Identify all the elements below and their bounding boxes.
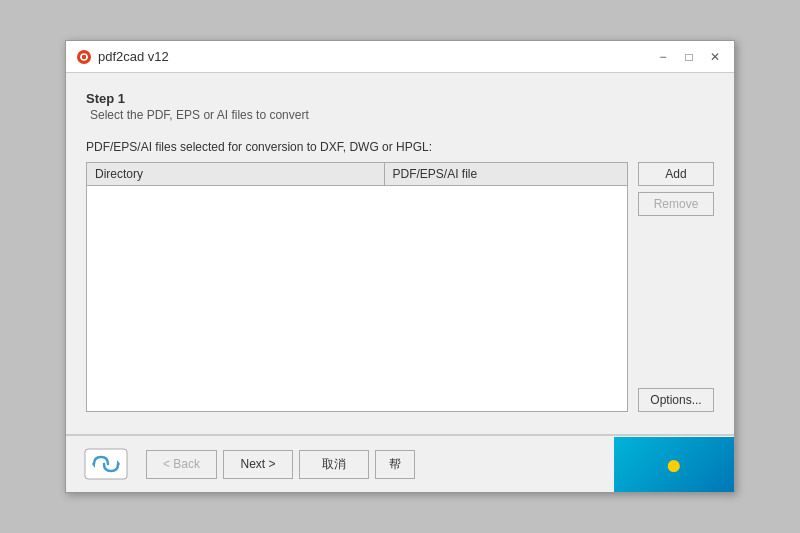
svg-rect-3 bbox=[85, 449, 127, 479]
next-button[interactable]: Next > bbox=[223, 450, 293, 479]
taskbar-peek: ● bbox=[614, 437, 734, 492]
logo-icon bbox=[82, 446, 130, 482]
add-button[interactable]: Add bbox=[638, 162, 714, 186]
cancel-button[interactable]: 取消 bbox=[299, 450, 369, 479]
file-table-container[interactable]: Directory PDF/EPS/AI file bbox=[86, 162, 628, 412]
side-buttons: Add Remove Options... bbox=[638, 162, 714, 412]
main-window: pdf2cad v12 − □ ✕ Step 1 Select the PDF,… bbox=[65, 40, 735, 493]
title-bar: pdf2cad v12 − □ ✕ bbox=[66, 41, 734, 73]
bottom-navigation: < Back Next > 取消 帮 bbox=[146, 450, 415, 479]
file-table: Directory PDF/EPS/AI file bbox=[87, 163, 627, 406]
minimize-button[interactable]: − bbox=[654, 48, 672, 66]
title-bar-left: pdf2cad v12 bbox=[76, 49, 169, 65]
side-buttons-bottom: Options... bbox=[638, 388, 714, 412]
logo-svg bbox=[84, 448, 128, 480]
svg-point-0 bbox=[77, 50, 91, 64]
taskbar-icon: ● bbox=[666, 449, 683, 481]
content-area: Step 1 Select the PDF, EPS or AI files t… bbox=[66, 73, 734, 422]
window-controls: − □ ✕ bbox=[654, 48, 724, 66]
section-label: PDF/EPS/AI files selected for conversion… bbox=[86, 140, 714, 154]
maximize-button[interactable]: □ bbox=[680, 48, 698, 66]
help-button[interactable]: 帮 bbox=[375, 450, 415, 479]
bottom-bar: < Back Next > 取消 帮 ● bbox=[66, 435, 734, 492]
remove-button[interactable]: Remove bbox=[638, 192, 714, 216]
step-title: Step 1 bbox=[86, 91, 714, 106]
window-title: pdf2cad v12 bbox=[98, 49, 169, 64]
options-button[interactable]: Options... bbox=[638, 388, 714, 412]
file-section: Directory PDF/EPS/AI file Add Remove Opt… bbox=[86, 162, 714, 412]
close-button[interactable]: ✕ bbox=[706, 48, 724, 66]
column-header-directory: Directory bbox=[87, 163, 384, 186]
file-table-body bbox=[87, 186, 627, 406]
column-header-file: PDF/EPS/AI file bbox=[384, 163, 627, 186]
app-icon bbox=[76, 49, 92, 65]
step-subtitle: Select the PDF, EPS or AI files to conve… bbox=[90, 108, 714, 122]
side-buttons-top: Add Remove bbox=[638, 162, 714, 216]
back-button[interactable]: < Back bbox=[146, 450, 217, 479]
